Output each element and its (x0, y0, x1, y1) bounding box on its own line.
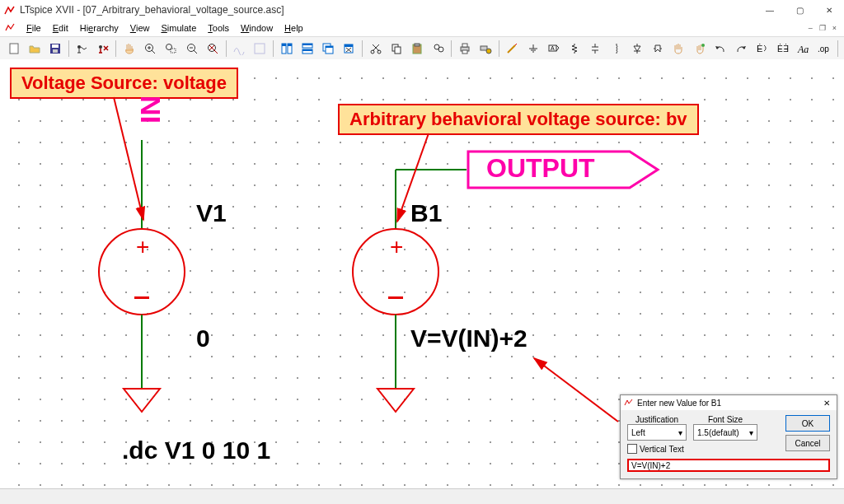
svg-point-5 (99, 45, 102, 49)
pan-button[interactable] (120, 39, 138, 58)
cancel-button[interactable]: Cancel (785, 435, 830, 451)
menu-file[interactable]: File (21, 23, 46, 33)
component-value-b1[interactable]: V=V(IN)+2 (410, 324, 528, 352)
minimize-button[interactable]: — (755, 0, 785, 20)
text-button[interactable]: Aa (794, 39, 813, 58)
svg-text:Aa: Aa (797, 44, 809, 55)
move-button[interactable] (669, 39, 688, 58)
svg-rect-11 (255, 44, 265, 54)
dialog-title: Enter new Value for B1 (637, 399, 721, 408)
toolbar-sep (837, 40, 838, 57)
value-dialog: Enter new Value for B1 ✕ Justification L… (620, 394, 837, 479)
toolbar-sep (226, 40, 227, 57)
print-button[interactable] (455, 39, 474, 58)
zoom-out-button[interactable] (182, 39, 201, 58)
toolbar-sep (115, 40, 116, 57)
rotate-button[interactable]: Ė (753, 39, 771, 58)
svg-rect-34 (462, 44, 467, 47)
autorange-icon[interactable] (230, 39, 249, 58)
paste-button[interactable] (408, 39, 427, 58)
menu-view[interactable]: View (125, 23, 155, 33)
svg-rect-18 (302, 44, 312, 45)
component-name-v1[interactable]: V1 (196, 199, 227, 227)
mdi-minimize[interactable]: – (806, 24, 815, 32)
cut-button[interactable] (366, 39, 385, 58)
statusbar (0, 488, 844, 504)
mdi-close[interactable]: × (830, 24, 839, 32)
maximize-button[interactable]: ▢ (785, 0, 814, 20)
schematic-canvas[interactable]: Voltage Source: voltage Arbitrary behavi… (0, 59, 844, 489)
close-button[interactable]: ✕ (814, 0, 844, 20)
spice-directive-button[interactable]: .op (815, 39, 834, 58)
toolbar-sep (273, 40, 274, 57)
menu-hierarchy[interactable]: Hierarchy (75, 23, 124, 33)
zoom-extents-button[interactable] (203, 39, 222, 58)
checkbox-icon (627, 444, 637, 454)
menu-help[interactable]: Help (279, 23, 308, 33)
menu-edit[interactable]: Edit (48, 23, 73, 33)
spice-directive[interactable]: .dc V1 0 10 1 (122, 436, 270, 464)
component-name-b1[interactable]: B1 (410, 199, 442, 227)
window-title: LTspice XVII - [07_Arbitrary_behavioral_… (20, 4, 755, 16)
svg-text:Ė: Ė (777, 44, 783, 54)
v1-plus-icon: + (136, 234, 149, 260)
zoom-rect-button[interactable] (162, 39, 181, 58)
redo-button[interactable] (732, 39, 751, 58)
draw-wire-button[interactable] (503, 39, 522, 58)
ok-button[interactable]: OK (785, 415, 830, 432)
menu-tools[interactable]: Tools (203, 23, 234, 33)
print-setup-button[interactable] (476, 39, 495, 58)
tile-icon[interactable] (251, 39, 270, 58)
chevron-down-icon: ▾ (678, 428, 682, 437)
component-button[interactable] (648, 39, 667, 58)
drag-button[interactable] (690, 39, 709, 58)
svg-rect-14 (282, 44, 286, 46)
mdi-restore[interactable]: ❐ (817, 24, 828, 32)
undo-button[interactable] (710, 39, 729, 58)
tile-v-button[interactable] (277, 39, 296, 58)
svg-point-4 (77, 45, 81, 49)
svg-point-40 (701, 44, 705, 47)
svg-text:.op: .op (818, 44, 829, 54)
resistor-button[interactable] (565, 39, 584, 58)
svg-line-53 (114, 97, 143, 220)
fontsize-label: Font Size (693, 415, 757, 424)
svg-rect-22 (326, 46, 333, 48)
find-button[interactable] (429, 39, 448, 58)
ground-button[interactable] (523, 39, 542, 58)
svg-text:A: A (551, 45, 555, 51)
vertical-text-checkbox[interactable]: Vertical Text (627, 444, 687, 454)
open-button[interactable] (25, 39, 44, 58)
tile-h-button[interactable] (298, 39, 316, 58)
dialog-close-button[interactable]: ✕ (820, 399, 833, 408)
toolbar-sep (451, 40, 452, 57)
b1-plus-icon: + (390, 234, 403, 260)
zoom-in-button[interactable] (141, 39, 160, 58)
svg-rect-35 (462, 50, 467, 54)
fontsize-combo[interactable]: 1.5(default)▾ (693, 424, 757, 441)
new-schematic-button[interactable] (4, 39, 23, 58)
inductor-button[interactable] (607, 39, 626, 58)
menubar: File Edit Hierarchy View Simulate Tools … (0, 20, 844, 36)
cascade-button[interactable] (319, 39, 338, 58)
svg-text:Ė: Ė (783, 44, 789, 54)
dialog-titlebar: Enter new Value for B1 ✕ (621, 395, 837, 410)
dialog-icon (624, 398, 634, 408)
value-input[interactable]: V=V(IN)+2 (627, 459, 830, 472)
save-button[interactable] (46, 39, 65, 58)
justification-combo[interactable]: Left▾ (627, 424, 687, 441)
component-value-v1[interactable]: 0 (196, 324, 210, 352)
copy-button[interactable] (387, 39, 406, 58)
capacitor-button[interactable] (586, 39, 605, 58)
b1-minus-icon (388, 296, 403, 299)
svg-rect-0 (10, 44, 18, 54)
svg-rect-19 (302, 49, 312, 51)
run-button[interactable] (73, 39, 91, 58)
label-net-button[interactable]: A (544, 39, 563, 58)
menu-simulate[interactable]: Simulate (156, 23, 201, 33)
mirror-button[interactable]: ĖĖ (773, 39, 792, 58)
halt-button[interactable] (93, 39, 112, 58)
menu-window[interactable]: Window (236, 23, 278, 33)
diode-button[interactable] (627, 39, 646, 58)
close-all-button[interactable] (340, 39, 359, 58)
